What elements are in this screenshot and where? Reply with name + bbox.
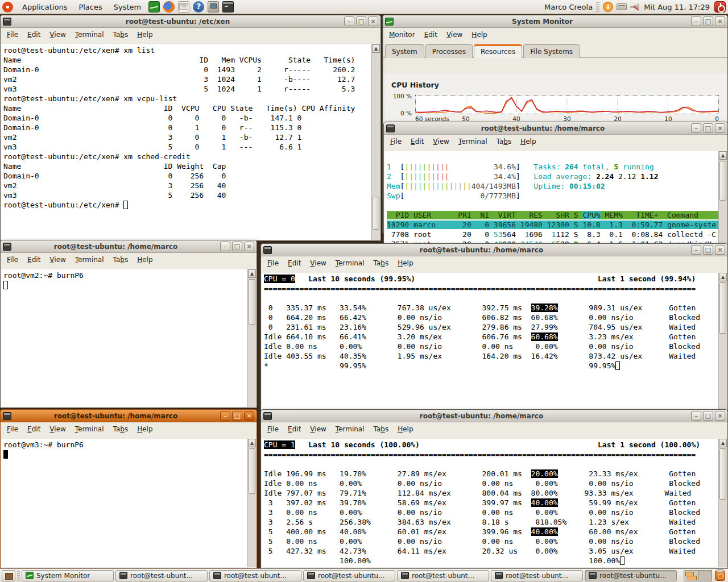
menu-edit[interactable]: Edit [23, 423, 45, 435]
ubuntu-logo-icon[interactable] [2, 2, 13, 13]
menu-terminal[interactable]: Terminal [331, 257, 369, 269]
taskbar-button-root-test-ubuntu[interactable]: root@test-ubuntu... [585, 570, 677, 581]
menu-view[interactable]: View [428, 136, 453, 147]
menu-terminal[interactable]: Terminal [71, 254, 109, 265]
titlebar[interactable]: root@test-ubuntu: /home/marco [261, 244, 727, 256]
menu-edit[interactable]: Edit [283, 257, 305, 269]
scroll-up-icon[interactable]: ▲ [719, 439, 727, 447]
computer-icon[interactable] [208, 1, 219, 13]
menu-view[interactable]: View [305, 423, 330, 435]
menu-help[interactable]: Help [516, 136, 540, 147]
menu-help[interactable]: Help [133, 423, 157, 435]
maximize-button[interactable] [232, 411, 242, 421]
terminal-content[interactable]: root@test-ubuntu:/etc/xen# xm listName I… [1, 44, 371, 240]
places-menu[interactable]: Places [73, 0, 107, 14]
menu-terminal[interactable]: Terminal [71, 423, 109, 435]
help-icon[interactable]: ? [193, 1, 204, 13]
terminal-launcher-icon[interactable] [222, 1, 234, 13]
close-button[interactable] [715, 411, 725, 421]
menu-edit[interactable]: Edit [283, 423, 305, 435]
titlebar[interactable]: root@test-ubuntu: /home/marco [1, 410, 257, 422]
scrollbar[interactable]: ▲ [718, 439, 727, 567]
titlebar[interactable]: root@test-ubuntu: /home/marco [384, 122, 727, 135]
clock-label[interactable]: Mit Aug 11, 17:29 [643, 3, 711, 11]
maximize-button[interactable] [703, 411, 713, 421]
menu-view[interactable]: View [45, 254, 70, 265]
menu-tabs[interactable]: Tabs [109, 254, 133, 265]
firefox-icon[interactable] [163, 1, 175, 13]
maximize-button[interactable] [232, 242, 242, 251]
menu-tabs[interactable]: Tabs [369, 423, 394, 435]
menu-tabs[interactable]: Tabs [492, 136, 516, 147]
mail-icon[interactable] [178, 1, 189, 13]
minimize-button[interactable] [344, 16, 354, 26]
titlebar[interactable]: root@test-ubuntu: /home/marco [261, 410, 727, 422]
close-button[interactable] [244, 242, 254, 251]
taskbar-button-root-test-ubunt[interactable]: root@test-ubunt... [209, 570, 301, 581]
menu-view[interactable]: View [442, 29, 467, 40]
keyboard-icon[interactable] [617, 3, 627, 10]
logout-power-icon[interactable] [714, 1, 726, 13]
scrollbar[interactable]: ▲ [718, 273, 727, 409]
menu-help[interactable]: Help [393, 257, 417, 269]
username-label[interactable]: Marco Creola [544, 3, 593, 11]
scroll-up-icon[interactable]: ▲ [719, 273, 727, 281]
menu-file[interactable]: File [2, 423, 23, 435]
taskbar-button-root-test-ubunt[interactable]: root@test-ubunt... [115, 570, 208, 581]
menu-edit[interactable]: Edit [23, 29, 45, 40]
taskbar-button-root-test-ubuntu[interactable]: root@test-ubuntu... [303, 570, 395, 581]
menu-file[interactable]: File [2, 254, 23, 265]
menu-file[interactable]: File [386, 136, 406, 147]
maximize-button[interactable] [703, 245, 713, 255]
menu-tabs[interactable]: Tabs [369, 257, 394, 269]
menu-help[interactable]: Help [393, 423, 417, 435]
close-button[interactable] [368, 16, 378, 26]
minimize-button[interactable] [691, 16, 701, 26]
scroll-up-icon[interactable]: ▲ [372, 44, 380, 53]
menu-view[interactable]: View [45, 29, 70, 40]
close-button[interactable] [715, 16, 725, 26]
trash-icon[interactable] [715, 571, 725, 581]
tab-resources[interactable]: Resources [474, 44, 522, 58]
terminal-content[interactable]: CPU = 0 Last 10 seconds (99.95%) Last 1 … [262, 273, 718, 409]
menu-terminal[interactable]: Terminal [454, 136, 492, 147]
menu-edit[interactable]: Edit [406, 136, 428, 147]
menu-terminal[interactable]: Terminal [331, 423, 369, 435]
scroll-up-icon[interactable]: ▲ [248, 269, 256, 278]
tab-file-systems[interactable]: File Systems [523, 44, 580, 58]
minimize-button[interactable] [691, 245, 701, 255]
system-monitor-launcher-icon[interactable] [148, 1, 160, 13]
menu-help[interactable]: Help [467, 29, 491, 40]
menu-view[interactable]: View [305, 257, 330, 269]
menu-view[interactable]: View [45, 423, 70, 435]
maximize-button[interactable] [703, 16, 713, 26]
titlebar[interactable]: System Monitor [383, 15, 727, 28]
close-button[interactable] [244, 411, 254, 421]
menu-monitor[interactable]: Monitor [384, 29, 420, 40]
terminal-content[interactable]: CPU = 1 Last 10 seconds (100.00%) Last 1… [262, 439, 718, 567]
menu-file[interactable]: File [263, 423, 283, 435]
menu-file[interactable]: File [263, 257, 283, 269]
workspace-switcher[interactable] [684, 570, 712, 581]
tab-processes[interactable]: Processes [425, 44, 473, 58]
applications-menu[interactable]: Applications [16, 0, 73, 14]
minimize-button[interactable] [220, 242, 230, 251]
software-update-icon[interactable]: ↓ [603, 2, 613, 12]
menu-file[interactable]: File [2, 29, 23, 40]
menu-terminal[interactable]: Terminal [71, 29, 109, 40]
taskbar-button-root-test-ubunt[interactable]: root@test-ubunt... [491, 570, 583, 581]
terminal-content[interactable]: root@vm3:~# burnP6 [1, 439, 247, 567]
menu-tabs[interactable]: Tabs [109, 423, 133, 435]
maximize-button[interactable] [356, 16, 366, 26]
taskbar-button-root-test-ubunt[interactable]: root@test-ubunt... [397, 570, 489, 581]
titlebar[interactable]: root@test-ubuntu: /home/marco [1, 240, 257, 253]
minimize-button[interactable] [691, 123, 701, 133]
scroll-up-icon[interactable]: ▲ [719, 151, 727, 160]
taskbar-button-system-monitor[interactable]: System Monitor [22, 570, 114, 581]
workspace-2[interactable] [698, 571, 712, 581]
titlebar[interactable]: root@test-ubuntu: /etc/xen [1, 15, 380, 28]
maximize-button[interactable] [703, 123, 713, 133]
show-desktop-icon[interactable] [2, 570, 15, 581]
scroll-up-icon[interactable]: ▲ [248, 439, 256, 447]
menu-edit[interactable]: Edit [420, 29, 442, 40]
